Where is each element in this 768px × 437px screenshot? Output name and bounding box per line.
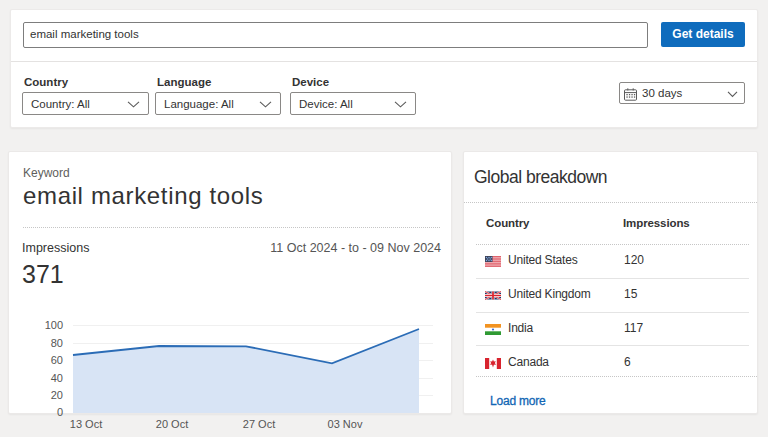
- svg-text:60: 60: [51, 354, 63, 366]
- svg-text:40: 40: [51, 372, 63, 384]
- svg-text:0: 0: [57, 406, 63, 418]
- svg-text:100: 100: [45, 319, 63, 331]
- svg-text:20: 20: [51, 389, 63, 401]
- svg-text:80: 80: [51, 337, 63, 349]
